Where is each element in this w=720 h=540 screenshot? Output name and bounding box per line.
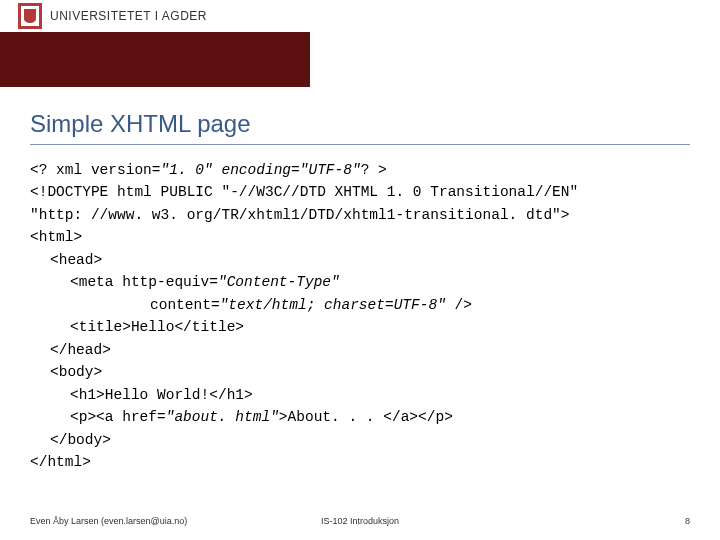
footer-author: Even Åby Larsen (even.larsen@uia.no) (30, 516, 187, 526)
code-line: <body> (30, 361, 690, 383)
university-logo: UNIVERSITETET I AGDER (18, 3, 207, 29)
code-block: <? xml version="1. 0" encoding="UTF-8"? … (30, 159, 690, 474)
code-line: <p><a href="about. html">About. . . </a>… (30, 406, 690, 428)
university-name: UNIVERSITETET I AGDER (50, 9, 207, 23)
code-line: </body> (30, 429, 690, 451)
code-line: <meta http-equiv="Content-Type" (30, 271, 690, 293)
accent-band (0, 32, 310, 87)
footer-course: IS-102 Introduksjon (321, 516, 399, 526)
code-line: <html> (30, 229, 82, 245)
code-line: <? xml version="1. 0" encoding="UTF-8"? … (30, 162, 387, 178)
footer: Even Åby Larsen (even.larsen@uia.no) IS-… (30, 516, 690, 526)
uia-logo-icon (18, 3, 42, 29)
code-line: <!DOCTYPE html PUBLIC "-//W3C//DTD XHTML… (30, 184, 578, 200)
code-line: </head> (30, 339, 690, 361)
code-line: "http: //www. w3. org/TR/xhtml1/DTD/xhtm… (30, 207, 570, 223)
code-line: </html> (30, 454, 91, 470)
code-line: content="text/html; charset=UTF-8" /> (30, 294, 690, 316)
slide-title: Simple XHTML page (30, 110, 690, 145)
code-line: <title>Hello</title> (30, 316, 690, 338)
slide-content: Simple XHTML page <? xml version="1. 0" … (0, 60, 720, 474)
header-bar: UNIVERSITETET I AGDER (0, 0, 720, 60)
footer-page-number: 8 (685, 516, 690, 526)
code-line: <head> (30, 249, 690, 271)
code-line: <h1>Hello World!</h1> (30, 384, 690, 406)
